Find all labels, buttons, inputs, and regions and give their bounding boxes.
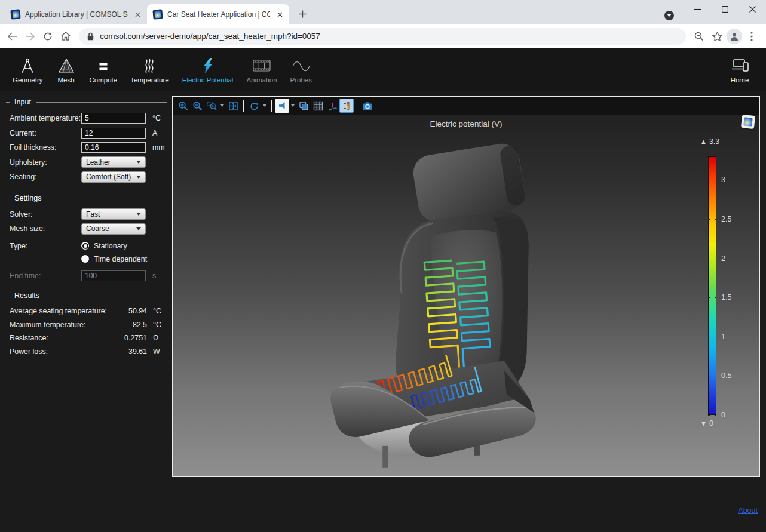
result-value: 82.5 — [114, 321, 147, 329]
result-row: Average seating temperature: 50.94 °C — [10, 305, 168, 318]
forward-button[interactable] — [22, 28, 38, 45]
current-row: Current: A — [10, 126, 168, 141]
colorbar-tick-mark — [708, 259, 710, 259]
colorbar-max-arrow-icon: ▲ — [700, 138, 707, 145]
solver-row: Solver: Fast — [10, 207, 168, 222]
comsol-favicon — [152, 9, 163, 19]
ribbon-label: Temperature — [130, 76, 169, 84]
ribbon-item-home[interactable]: Home — [723, 54, 756, 85]
dropdown-value: Leather — [86, 158, 111, 167]
colorbar-tick-mark — [708, 337, 710, 337]
radio-label: Time dependent — [94, 255, 147, 263]
seating-dropdown[interactable]: Comfort (Soft) — [81, 171, 146, 183]
axes-orientation-button[interactable] — [325, 99, 339, 113]
mesh-size-dropdown[interactable]: Coarse — [81, 223, 146, 235]
window-close-button[interactable] — [739, 0, 766, 18]
tab-title: Application Library | COMSOL Se — [25, 10, 128, 19]
solver-dropdown[interactable]: Fast — [81, 208, 146, 220]
new-tab-button[interactable] — [294, 5, 311, 22]
ribbon-label: Electric Potential — [182, 76, 234, 84]
upholstery-dropdown[interactable]: Leather — [81, 156, 146, 168]
type-row-time-dependent: Time dependent — [10, 253, 168, 266]
result-row: Resistance: 0.2751 Ω — [10, 331, 168, 345]
dropdown-value: Fast — [86, 210, 100, 219]
reload-button[interactable] — [39, 28, 56, 45]
view-menu-caret[interactable] — [289, 99, 296, 113]
colorbar-tick-mark — [708, 297, 710, 298]
tab-application-library[interactable]: Application Library | COMSOL Se — [5, 4, 147, 24]
plot-canvas[interactable]: Electric potential (V) — [173, 115, 759, 476]
window-minimize-button[interactable] — [684, 0, 711, 18]
ambient-temperature-input[interactable] — [81, 113, 146, 124]
grid-button[interactable] — [311, 99, 325, 113]
field-label: Current: — [10, 129, 81, 137]
foil-thickness-input[interactable] — [81, 142, 146, 153]
reset-view-button[interactable] — [247, 99, 261, 113]
colorbar-tick-label: 3 — [721, 176, 725, 184]
page-zoom-icon[interactable] — [691, 28, 707, 45]
reset-view-menu-caret[interactable] — [261, 99, 268, 113]
ribbon-item-mesh[interactable]: Mesh — [50, 54, 83, 85]
car-seat-3d-model — [173, 115, 759, 475]
colorbar-tick-mark — [708, 376, 710, 376]
dropdown-value: Coarse — [86, 225, 109, 233]
result-unit: W — [153, 348, 168, 356]
menu-dots-icon[interactable] — [743, 28, 760, 45]
home-button[interactable] — [57, 28, 74, 45]
type-row-stationary: Type: Stationary — [10, 239, 168, 253]
lock-icon — [87, 32, 94, 41]
upholstery-row: Upholstery: Leather — [10, 155, 168, 170]
snapshot-camera-button[interactable] — [360, 99, 375, 113]
color-legend-button[interactable] — [339, 99, 354, 113]
view-button[interactable] — [275, 99, 289, 113]
sidebar: Input Ambient temperature: °C Current: A… — [0, 91, 172, 532]
field-label: End time: — [10, 272, 81, 280]
temperature-icon — [141, 55, 158, 74]
ribbon-item-animation: Animation — [240, 54, 283, 85]
field-unit: s — [152, 272, 169, 280]
ribbon-item-temperature[interactable]: Temperature — [124, 54, 176, 85]
tab-close-icon[interactable] — [133, 10, 142, 19]
zoom-box-menu-caret[interactable] — [219, 99, 226, 113]
end-time-row: End time: s — [10, 269, 168, 284]
tab-title: Car Seat Heater Application | CO — [167, 10, 270, 19]
tab-car-seat-heater[interactable]: Car Seat Heater Application | CO — [147, 4, 289, 24]
back-button[interactable] — [4, 28, 20, 45]
window-maximize-button[interactable] — [711, 0, 739, 18]
zoom-in-button[interactable] — [176, 99, 190, 113]
radio-time-dependent[interactable] — [81, 255, 89, 263]
profile-avatar[interactable] — [727, 29, 742, 44]
current-input[interactable] — [81, 128, 146, 139]
tab-close-icon[interactable] — [275, 10, 284, 19]
window-controls — [684, 0, 766, 18]
app-content: Input Ambient temperature: °C Current: A… — [0, 91, 766, 532]
transparency-button[interactable] — [296, 99, 311, 113]
result-row: Power loss: 39.61 W — [10, 345, 168, 359]
zoom-out-button[interactable] — [190, 99, 204, 113]
result-label: Power loss: — [10, 348, 114, 356]
radio-stationary[interactable] — [81, 242, 89, 250]
radio-label: Stationary — [94, 242, 127, 250]
address-bar[interactable]: comsol.com/server-demo/app/car_seat_heat… — [79, 28, 686, 45]
section-input: Input — [6, 98, 168, 106]
address-toolbar: comsol.com/server-demo/app/car_seat_heat… — [0, 24, 766, 48]
ribbon-item-geometry[interactable]: Geometry — [6, 54, 50, 85]
zoom-extents-button[interactable] — [226, 99, 240, 113]
field-unit: A — [152, 129, 169, 137]
comsol-favicon — [10, 9, 20, 19]
dropdown-value: Comfort (Soft) — [86, 173, 131, 181]
result-row: Maximum temperature: 82.5 °C — [10, 318, 168, 332]
field-label: Foil thickness: — [10, 143, 81, 152]
about-link[interactable]: About — [738, 506, 758, 515]
ribbon-item-electric-potential[interactable]: Electric Potential — [176, 54, 240, 85]
chrome-update-icon[interactable] — [664, 11, 674, 20]
electric-potential-icon — [200, 55, 216, 74]
tab-strip: Application Library | COMSOL Se Car Seat… — [0, 0, 766, 24]
geometry-icon — [19, 55, 36, 74]
colorbar-max-label: ▲3.3 — [700, 137, 719, 146]
colorbar-tick-label: 0 — [721, 411, 725, 419]
bookmark-star-icon[interactable] — [709, 28, 725, 45]
ribbon-item-compute[interactable]: Compute — [83, 54, 124, 85]
zoom-box-button[interactable] — [204, 99, 219, 113]
chevron-down-icon — [136, 213, 141, 216]
